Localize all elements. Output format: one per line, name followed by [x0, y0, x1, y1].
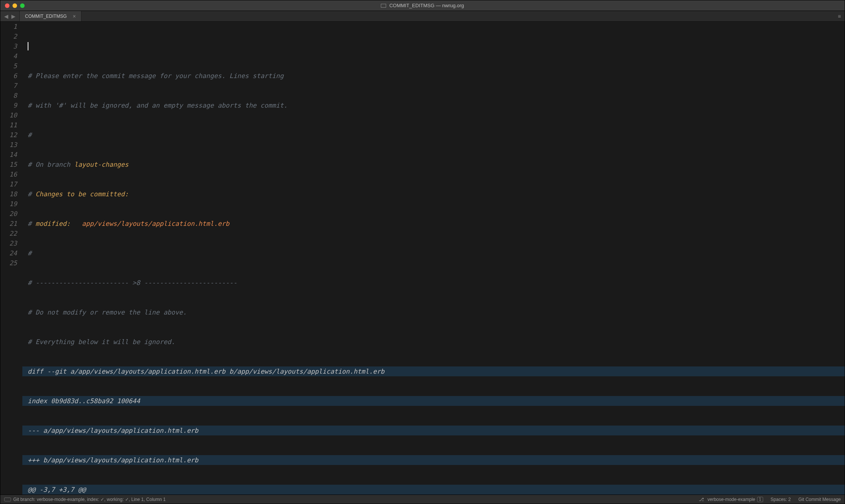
status-panel-icon[interactable] — [4, 498, 11, 501]
minimize-window-button[interactable] — [13, 3, 17, 8]
code-line: diff --git a/app/views/layouts/applicati… — [22, 366, 845, 376]
line-number-gutter: 1 2 3 4 5 6 7 8 9 10 11 12 13 14 15 16 1… — [0, 22, 22, 495]
tab-label: COMMIT_EDITMSG — [25, 14, 67, 19]
window-title: COMMIT_EDITMSG — nwrug.org — [389, 3, 464, 8]
code-line: # — [22, 130, 845, 140]
status-indentation[interactable]: Spaces: 2 — [771, 497, 791, 502]
code-line: --- a/app/views/layouts/application.html… — [22, 426, 845, 435]
code-line: # On branch layout-changes — [22, 160, 845, 169]
nav-back-icon[interactable]: ◀ — [4, 13, 8, 19]
code-line: index 0b9d83d..c58ba92 100644 — [22, 396, 845, 406]
close-window-button[interactable] — [5, 3, 9, 8]
code-content[interactable]: # Please enter the commit message for yo… — [22, 22, 845, 495]
close-tab-icon[interactable]: × — [73, 13, 76, 19]
titlebar: COMMIT_EDITMSG — nwrug.org — [0, 0, 845, 11]
text-cursor — [28, 42, 28, 50]
tab-commit-editmsg[interactable]: COMMIT_EDITMSG × — [20, 11, 81, 21]
code-line: # Do not modify or remove the line above… — [22, 307, 845, 317]
code-line: # Please enter the commit message for yo… — [22, 71, 845, 81]
code-line: # Changes to be committed: — [22, 189, 845, 199]
code-line: # Everything below it will be ignored. — [22, 337, 845, 347]
editor-window: COMMIT_EDITMSG — nwrug.org ◀ ▶ COMMIT_ED… — [0, 0, 845, 504]
editor-area[interactable]: 1 2 3 4 5 6 7 8 9 10 11 12 13 14 15 16 1… — [0, 22, 845, 495]
code-line: @@ -3,7 +3,7 @@ — [22, 485, 845, 495]
file-icon — [381, 4, 386, 8]
status-bar: Git branch: verbose-mode-example, index:… — [0, 495, 845, 504]
code-line: +++ b/app/views/layouts/application.html… — [22, 455, 845, 465]
status-git-branch[interactable]: verbose-mode-example 1 — [699, 497, 763, 502]
branch-badge: 1 — [757, 497, 763, 502]
nav-forward-icon[interactable]: ▶ — [11, 13, 16, 19]
code-line: # modified: app/views/layouts/applicatio… — [22, 219, 845, 229]
git-branch-icon — [699, 497, 706, 502]
tab-bar: ◀ ▶ COMMIT_EDITMSG × ≡ — [0, 11, 845, 22]
status-left-text[interactable]: Git branch: verbose-mode-example, index:… — [13, 497, 166, 502]
code-line: # — [22, 248, 845, 258]
code-line: # ------------------------ >8 ----------… — [22, 278, 845, 288]
traffic-lights — [0, 3, 25, 8]
code-line — [22, 41, 845, 51]
maximize-window-button[interactable] — [20, 3, 25, 8]
code-line: # with '#' will be ignored, and an empty… — [22, 100, 845, 110]
status-syntax[interactable]: Git Commit Message — [798, 497, 841, 502]
tab-menu-icon[interactable]: ≡ — [834, 11, 845, 21]
